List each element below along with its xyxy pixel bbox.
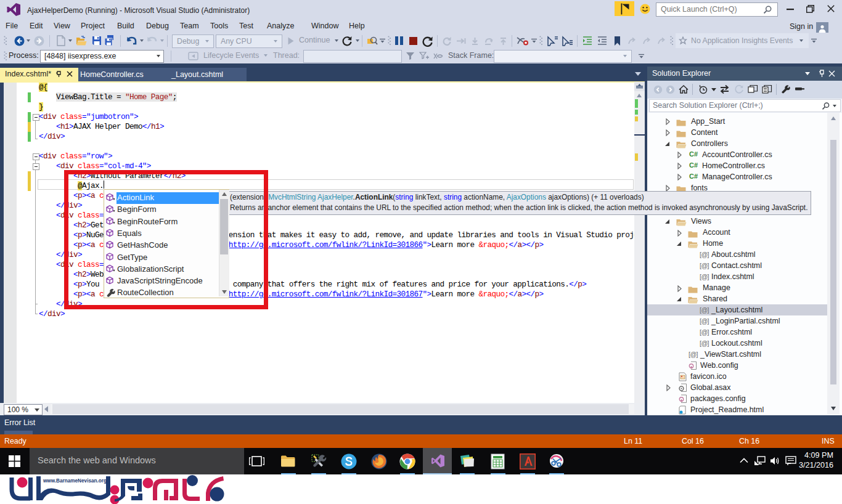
svg-text:www.BarnameNevisan.org: www.BarnameNevisan.org — [43, 478, 107, 484]
